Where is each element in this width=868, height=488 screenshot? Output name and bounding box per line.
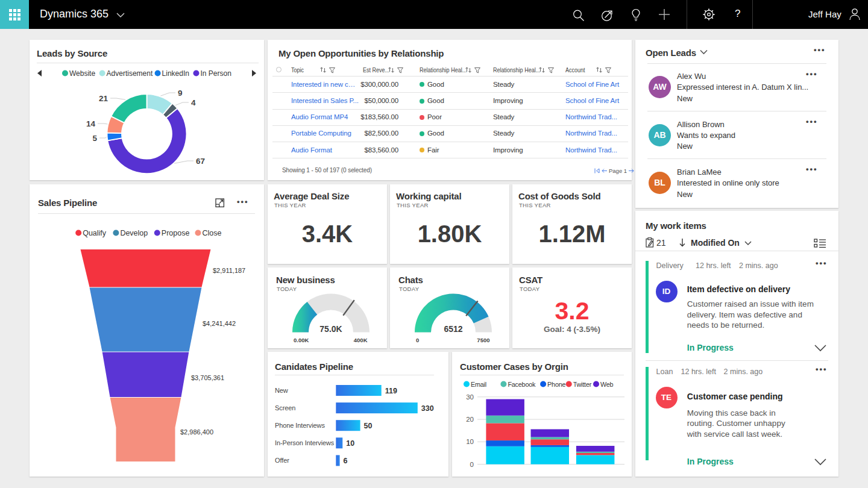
svg-text:Close: Close xyxy=(203,229,222,237)
svg-text:400K: 400K xyxy=(354,337,368,343)
svg-text:Propose: Propose xyxy=(162,229,190,237)
svg-text:$2,986,400: $2,986,400 xyxy=(180,428,213,436)
svg-text:10: 10 xyxy=(346,439,354,448)
svg-text:0.00K: 0.00K xyxy=(294,337,309,343)
svg-text:Website: Website xyxy=(69,69,95,78)
svg-text:6512: 6512 xyxy=(444,324,462,334)
svg-text:Facebook: Facebook xyxy=(508,381,536,388)
svg-text:$4,241,442: $4,241,442 xyxy=(203,320,236,327)
svg-text:Qualify: Qualify xyxy=(83,229,107,237)
svg-text:30: 30 xyxy=(466,393,474,401)
svg-text:Email: Email xyxy=(471,381,486,388)
svg-text:20: 20 xyxy=(466,416,474,423)
svg-text:0: 0 xyxy=(416,337,419,343)
svg-text:Web: Web xyxy=(600,381,614,388)
svg-text:4: 4 xyxy=(191,98,196,107)
svg-text:6: 6 xyxy=(344,457,348,465)
svg-text:Advertisement: Advertisement xyxy=(107,69,153,78)
svg-text:119: 119 xyxy=(385,387,397,395)
svg-text:21: 21 xyxy=(99,94,108,103)
svg-text:Phone: Phone xyxy=(547,381,565,388)
svg-text:5: 5 xyxy=(92,134,97,143)
svg-text:$3,705,361: $3,705,361 xyxy=(191,374,224,381)
svg-text:LinkedIn: LinkedIn xyxy=(162,69,189,78)
svg-text:50: 50 xyxy=(364,422,373,430)
svg-text:$2,911,187: $2,911,187 xyxy=(213,267,245,274)
svg-text:9: 9 xyxy=(178,89,183,98)
svg-text:Develop: Develop xyxy=(120,229,148,237)
svg-text:330: 330 xyxy=(421,404,434,413)
svg-text:10: 10 xyxy=(466,438,474,445)
svg-text:67: 67 xyxy=(196,157,205,166)
svg-text:0: 0 xyxy=(470,461,474,468)
svg-text:14: 14 xyxy=(86,119,96,128)
svg-text:75.0K: 75.0K xyxy=(319,324,342,334)
svg-text:7500: 7500 xyxy=(477,337,489,343)
svg-text:Twitter: Twitter xyxy=(573,381,592,388)
svg-text:In Person: In Person xyxy=(201,69,231,78)
